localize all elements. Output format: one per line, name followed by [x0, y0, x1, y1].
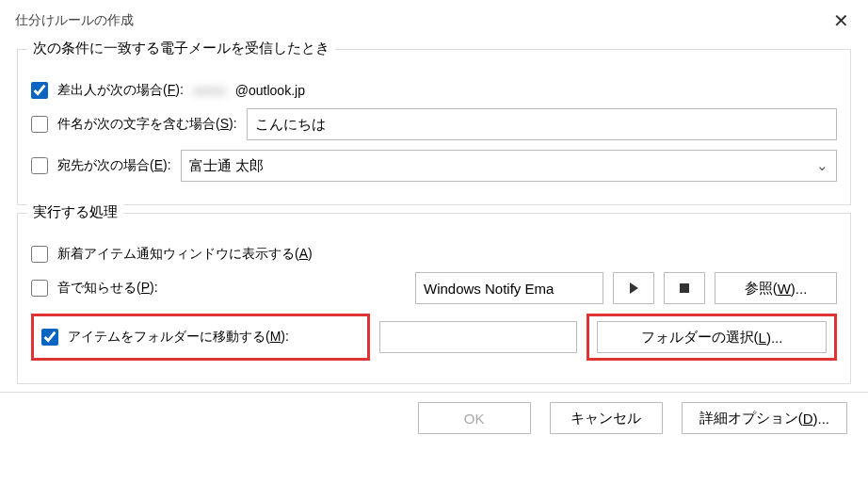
conditions-legend: 次の条件に一致する電子メールを受信したとき [27, 40, 335, 57]
subject-label: 件名が次の文字を含む場合(S): [57, 116, 237, 133]
from-value: @outlook.jp [235, 83, 305, 98]
highlight-select-folder: フォルダーの選択(L)... [587, 314, 837, 361]
ok-button[interactable]: OK [418, 402, 531, 434]
stop-icon [680, 283, 689, 293]
alert-label: 新着アイテム通知ウィンドウに表示する(A) [57, 246, 313, 263]
conditions-group: 次の条件に一致する電子メールを受信したとき 差出人が次の場合(F): xxxxx… [17, 49, 851, 205]
select-folder-button[interactable]: フォルダーの選択(L)... [597, 321, 827, 353]
highlight-move-option: アイテムをフォルダーに移動する(M): [31, 314, 370, 361]
actions-group: 実行する処理 新着アイテム通知ウィンドウに表示する(A) 音で知らせる(P): … [17, 213, 851, 384]
chevron-down-icon: ⌄ [816, 157, 828, 174]
to-checkbox[interactable] [31, 157, 48, 174]
move-checkbox[interactable] [41, 329, 58, 346]
sound-label: 音で知らせる(P): [57, 280, 217, 297]
play-button[interactable] [613, 272, 654, 304]
dialog-title: 仕分けルールの作成 [15, 12, 134, 29]
to-select[interactable]: 富士通 太郎 ⌄ [181, 150, 837, 182]
to-label: 宛先が次の場合(E): [57, 157, 171, 174]
move-label: アイテムをフォルダーに移動する(M): [68, 329, 289, 346]
browse-button[interactable]: 参照(W)... [715, 272, 837, 304]
dialog-buttons: OK キャンセル 詳細オプション(D)... [0, 392, 868, 444]
play-icon [630, 282, 638, 294]
folder-input[interactable] [379, 321, 577, 353]
cancel-button[interactable]: キャンセル [550, 402, 663, 434]
advanced-button[interactable]: 詳細オプション(D)... [682, 402, 847, 434]
alert-checkbox[interactable] [31, 246, 48, 263]
sound-checkbox[interactable] [31, 280, 48, 297]
subject-input[interactable] [247, 108, 837, 140]
stop-button[interactable] [664, 272, 705, 304]
close-icon[interactable]: ✕ [824, 6, 859, 36]
from-label: 差出人が次の場合(F): [57, 82, 184, 99]
from-value-obscured: xxxxx [193, 83, 226, 98]
subject-checkbox[interactable] [31, 116, 48, 133]
actions-legend: 実行する処理 [27, 203, 123, 221]
from-checkbox[interactable] [31, 82, 48, 99]
to-selected-value: 富士通 太郎 [189, 157, 264, 175]
sound-input[interactable] [415, 272, 603, 304]
